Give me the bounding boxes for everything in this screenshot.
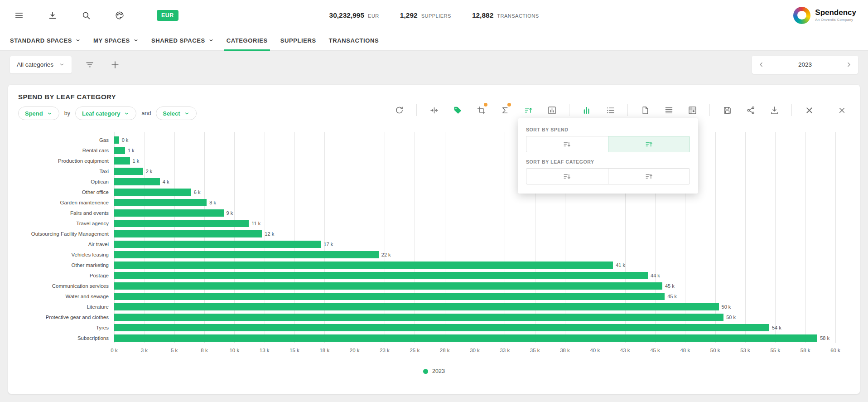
bar-value-label: 45 k [665,283,675,289]
x-axis-tick: 10 k [229,348,239,353]
crop-icon [477,106,486,115]
gridline [835,132,836,343]
close-button[interactable] [834,102,850,118]
chart-bar-air-travel[interactable] [114,241,321,248]
palette-button[interactable] [112,8,127,23]
pivot-button[interactable] [684,102,700,118]
sort-button-group [526,136,690,152]
next-year-button[interactable] [843,58,855,71]
chart-bar-water-and-sewage[interactable] [114,293,665,300]
category-select[interactable]: All categories [10,56,72,73]
chart-bar-outsourcing-facility-management[interactable] [114,230,262,237]
stat-value: 30,232,995 [329,11,365,19]
chart-bar-travel-agency[interactable] [114,220,249,227]
tab-suppliers[interactable]: SUPPLIERS [274,30,323,50]
y-axis-label: Communication services [18,281,114,291]
sigma-button[interactable] [497,102,513,118]
dimension-pill[interactable]: Leaf category [75,107,137,120]
tab-label: STANDARD SPACES [10,37,72,44]
tag-icon [453,106,463,115]
y-axis-label: Rental cars [18,145,114,155]
chart-bar-gas[interactable] [114,136,119,144]
tab-shared-spaces[interactable]: SHARED SPACES [145,30,220,50]
collapse-button[interactable] [426,102,442,118]
bar-value-label: 2 k [146,169,153,174]
refresh-button[interactable] [391,102,407,118]
notification-dot [484,103,487,107]
chart-bar-rental-cars[interactable] [114,147,125,154]
save-button[interactable] [719,102,735,118]
add-button[interactable] [108,58,122,72]
tab-my-spaces[interactable]: MY SPACES [87,30,145,50]
chart-bar-tyres[interactable] [114,324,769,331]
notification-dot [507,103,511,107]
y-axis-label: Other office [18,187,114,197]
tab-standard-spaces[interactable]: STANDARD SPACES [4,30,87,50]
chart-bar-subscriptions[interactable] [114,334,817,342]
legend-item[interactable]: 2023 [423,368,445,374]
download-tray-icon [770,106,779,115]
menu-button[interactable] [12,8,26,23]
filter-bar: All categories 2023 [0,51,868,78]
chart-bar-postage[interactable] [114,272,648,279]
select-pill[interactable]: Select [156,107,196,120]
crop-button[interactable] [473,102,489,118]
chart-bar-optican[interactable] [114,178,160,185]
chart-bar-vehicles-leasing[interactable] [114,251,379,258]
bar-row: 2 k [114,166,835,176]
chart-bar-literature[interactable] [114,303,719,310]
chart-bar-taxi[interactable] [114,168,143,175]
tools-button[interactable] [801,102,817,118]
bar-value-label: 58 k [820,335,829,341]
tab-transactions[interactable]: TRANSACTIONS [323,30,385,50]
x-axis-tick: 13 k [260,348,270,353]
chevron-down-icon [184,111,190,116]
measure-pill-label: Spend [25,110,43,117]
chevron-down-icon [75,38,81,43]
chart-bar-fairs-and-events[interactable] [114,209,224,217]
sort-asc-button[interactable] [608,136,690,152]
sort-section-label: SORT BY SPEND [526,127,690,132]
toolbar-divider [627,104,628,116]
download-tray-button[interactable] [766,102,782,118]
search-button[interactable] [79,8,93,23]
list-button[interactable] [602,102,618,118]
bar-value-label: 12 k [265,231,274,237]
tag-button[interactable] [449,102,466,118]
top-bar: EUR 30,232,995 EUR 1,292 SUPPLIERS 12,88… [0,0,868,30]
bar-row: 58 k [114,333,835,343]
chart-bar-production-equipment[interactable] [114,157,130,165]
tab-label: CATEGORIES [227,37,268,44]
sort-asc-button[interactable] [608,168,690,184]
stat-label: TRANSACTIONS [497,13,539,19]
bar-chart-button[interactable] [579,102,595,118]
filter-button[interactable] [82,58,97,72]
chart-bar-garden-maintenence[interactable] [114,199,207,206]
rows-button[interactable] [661,102,677,118]
download-button[interactable] [45,8,60,23]
toolbar-divider [709,104,710,116]
measure-pill[interactable]: Spend [18,107,59,120]
chart-toolbar [391,102,850,118]
sort-desc-button[interactable] [526,136,608,152]
chart-bar-protective-gear-and-clothes[interactable] [114,314,723,321]
y-axis-label: Gas [18,135,114,145]
previous-year-button[interactable] [755,58,767,71]
stat-suppliers: 1,292 SUPPLIERS [400,11,451,19]
tab-categories[interactable]: CATEGORIES [220,30,274,50]
tab-label: SHARED SPACES [151,37,205,44]
chart-frame-button[interactable] [544,102,560,118]
report-button[interactable] [637,102,653,118]
currency-badge[interactable]: EUR [157,10,178,21]
sort-desc-button[interactable] [526,168,608,184]
x-axis-tick: 38 k [560,348,570,353]
chart-bar-other-marketing[interactable] [114,262,613,269]
dimension-pill-label: Leaf category [82,110,121,117]
share-button[interactable] [743,102,759,118]
x-axis-tick: 53 k [740,348,750,353]
chart-bar-other-office[interactable] [114,189,191,196]
bar-value-label: 6 k [194,189,201,195]
sort-button[interactable] [520,102,536,118]
bar-row: 41 k [114,260,835,270]
chart-bar-communication-services[interactable] [114,282,662,290]
